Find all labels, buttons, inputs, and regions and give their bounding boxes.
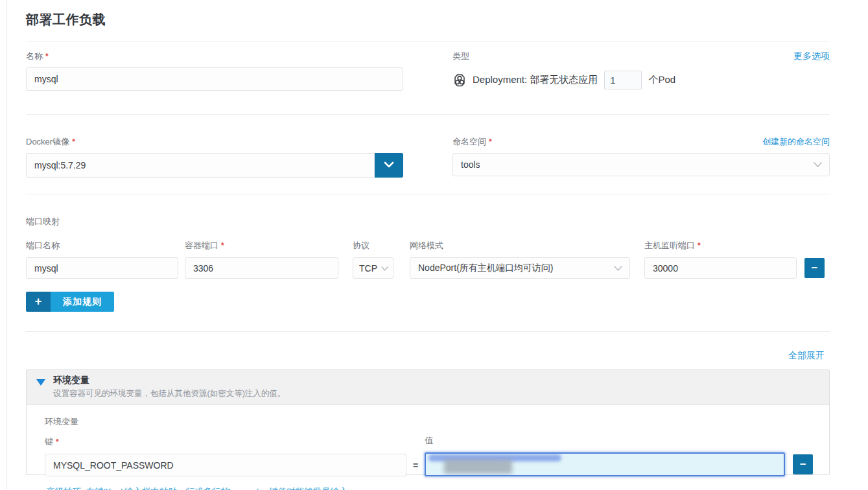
required-asterisk: *: [221, 241, 224, 250]
divider: [26, 41, 830, 41]
panel-edge-divider: [6, 0, 7, 490]
plus-icon: +: [26, 292, 51, 312]
chevron-down-icon: [384, 161, 394, 170]
chevron-down-icon: [381, 263, 389, 274]
port-name-input[interactable]: [26, 257, 178, 279]
docker-image-input[interactable]: [26, 153, 375, 178]
image-dropdown-button[interactable]: [375, 153, 403, 178]
docker-image-label: Docker镜像*: [26, 136, 403, 148]
divider: [26, 114, 830, 115]
deployment-icon: [452, 73, 467, 88]
required-asterisk: *: [72, 137, 75, 146]
env-section-subtitle: 设置容器可见的环境变量，包括从其他资源(如密文等)注入的值。: [53, 388, 285, 399]
name-label: 名称*: [26, 51, 403, 62]
remove-env-var-button[interactable]: −: [793, 454, 813, 474]
host-port-label: 主机监听端口*: [644, 240, 797, 251]
equals-sign: =: [413, 455, 418, 476]
namespace-select[interactable]: tools: [452, 153, 830, 176]
pod-suffix-text: 个Pod: [648, 74, 675, 86]
port-rule-row: 端口名称 容器端口* 协议 TCP 网络模式: [26, 240, 830, 279]
host-port-input[interactable]: [644, 257, 797, 279]
redacted-value-blur: [444, 460, 512, 474]
port-mapping-section-label: 端口映射: [26, 216, 830, 228]
port-name-label: 端口名称: [26, 240, 178, 251]
deploy-workload-page: 部署工作负载 名称* 类型 更多选项: [0, 0, 868, 490]
protocol-select[interactable]: TCP: [353, 257, 393, 279]
required-asterisk: *: [45, 52, 49, 61]
more-options-link[interactable]: 更多选项: [793, 51, 830, 62]
env-value-input[interactable]: [425, 452, 785, 476]
network-mode-select[interactable]: NodePort(所有主机端口均可访问): [410, 257, 630, 279]
env-section-title: 环境变量: [53, 375, 285, 386]
deployment-type-text: Deployment: 部署无状态应用: [473, 74, 598, 86]
required-asterisk: *: [489, 137, 492, 146]
network-mode-label: 网络模式: [410, 240, 630, 251]
divider: [26, 331, 830, 332]
env-value-label: 值: [425, 435, 785, 447]
env-key-input[interactable]: [45, 454, 406, 476]
container-port-label: 容器端口*: [185, 240, 338, 251]
namespace-label: 命名空间*: [452, 136, 492, 148]
pod-scale-input[interactable]: [604, 71, 642, 89]
container-port-input[interactable]: [185, 257, 338, 279]
minus-icon: −: [800, 458, 806, 471]
chevron-down-icon: [813, 159, 823, 170]
chevron-down-icon: [613, 263, 623, 274]
remove-port-rule-button[interactable]: −: [804, 258, 825, 278]
expand-all-link[interactable]: 全部展开: [788, 350, 825, 360]
type-label: 类型: [452, 51, 469, 62]
minus-icon: −: [812, 262, 818, 274]
env-key-label: 键*: [45, 436, 406, 448]
create-namespace-link[interactable]: 创建新的命名空间: [762, 136, 830, 148]
divider: [26, 194, 830, 194]
name-input[interactable]: [26, 67, 403, 91]
env-group-label: 环境变量: [45, 416, 817, 428]
add-rule-button[interactable]: + 添加规则: [26, 292, 114, 312]
add-rule-label: 添加规则: [51, 292, 114, 312]
env-tip-text: 高级技巧: 在键(Key)输入栏中粘贴一行或多行的key=value键值对能够批…: [45, 486, 817, 490]
collapse-triangle-icon: [36, 379, 45, 386]
page-title: 部署工作负载: [26, 0, 830, 29]
protocol-label: 协议: [353, 240, 393, 251]
env-section-header[interactable]: 环境变量 设置容器可见的环境变量，包括从其他资源(如密文等)注入的值。: [27, 370, 829, 405]
required-asterisk: *: [698, 241, 701, 250]
env-vars-section: 环境变量 设置容器可见的环境变量，包括从其他资源(如密文等)注入的值。 环境变量…: [26, 369, 830, 475]
required-asterisk: *: [56, 438, 59, 447]
env-var-row: 键* = 值 −: [45, 435, 817, 476]
